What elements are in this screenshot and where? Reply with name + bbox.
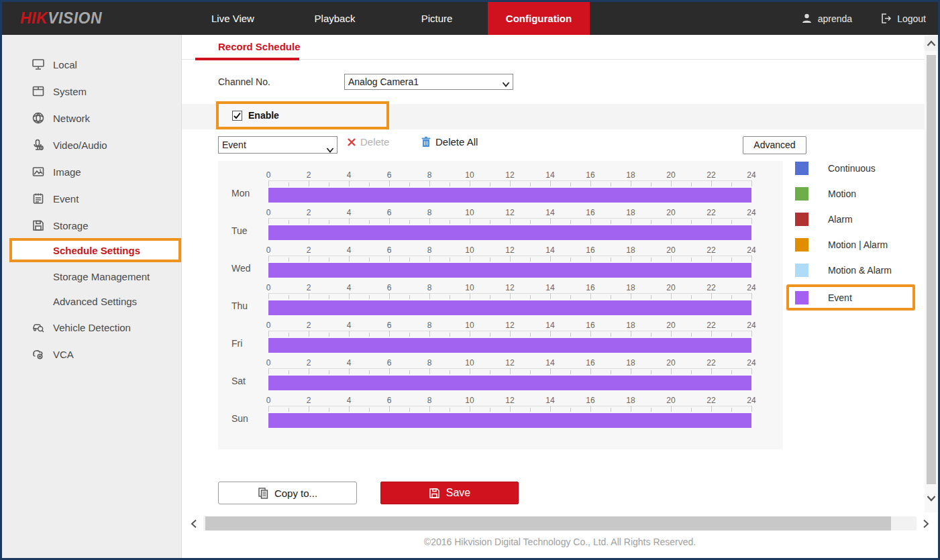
hour-label: 12 (505, 283, 514, 292)
advanced-button[interactable]: Advanced (743, 136, 806, 154)
tick-mark (510, 368, 511, 374)
tick-mark (429, 180, 430, 186)
vertical-scroll-thumb[interactable] (927, 55, 936, 484)
nav-live-view[interactable]: Live View (182, 2, 284, 35)
sidebar-item-vehicle-detection[interactable]: Vehicle Detection (2, 314, 181, 341)
timeline-thu[interactable]: 024681012141618202224 (268, 283, 753, 317)
timeline-tue[interactable]: 024681012141618202224 (268, 208, 753, 241)
tick-mark (550, 218, 551, 224)
day-label: Thu (231, 300, 248, 311)
schedule-bar-mon[interactable] (268, 188, 751, 203)
tick-mark (429, 368, 430, 374)
delete-all-label: Delete All (435, 136, 478, 148)
tick-mark (389, 368, 390, 374)
tick-mark (490, 295, 490, 299)
sidebar-item-schedule-settings[interactable]: Schedule Settings (9, 238, 181, 262)
scroll-down-arrow[interactable] (925, 491, 938, 506)
sidebar-item-local[interactable]: Local (2, 51, 181, 78)
hour-label: 14 (545, 283, 554, 292)
copy-icon (258, 487, 269, 499)
scroll-up-arrow[interactable] (925, 36, 938, 51)
sidebar-item-video-audio[interactable]: Video/Audio (2, 131, 181, 158)
copy-to-label: Copy to... (274, 488, 317, 499)
floppy-icon (32, 219, 45, 232)
channel-select[interactable]: Analog Camera1 (344, 74, 513, 90)
horizontal-scroll-track[interactable] (203, 516, 917, 530)
copy-to-button[interactable]: Copy to... (218, 482, 357, 504)
tick-mark (631, 293, 631, 299)
tick-mark (409, 408, 410, 412)
record-type-select[interactable]: Event (218, 136, 337, 154)
schedule-bar-tue[interactable] (268, 225, 751, 240)
tick-mark (268, 180, 269, 186)
sidebar-item-label: Network (53, 113, 90, 124)
sidebar-item-storage[interactable]: Storage (2, 212, 181, 239)
nav-picture[interactable]: Picture (386, 2, 488, 35)
sidebar-item-event[interactable]: Event (2, 185, 181, 212)
enable-checkbox[interactable] (232, 111, 242, 121)
hour-label: 14 (545, 208, 554, 217)
tick-mark (329, 408, 329, 412)
timeline-sat[interactable]: 024681012141618202224 (268, 358, 753, 392)
enable-label: Enable (248, 110, 279, 121)
schedule-bar-fri[interactable] (268, 338, 751, 353)
hour-label: 22 (707, 245, 715, 255)
sidebar-item-network[interactable]: Network (2, 105, 181, 131)
sidebar-item-image[interactable]: Image (2, 158, 181, 185)
sidebar-item-system[interactable]: System (2, 78, 181, 105)
timeline-sun[interactable]: 024681012141618202224 (268, 396, 753, 429)
sidebar-item-label: Schedule Settings (53, 245, 140, 256)
schedule-bar-sun[interactable] (268, 413, 751, 428)
logout-icon (880, 13, 892, 24)
timeline-fri[interactable]: 024681012141618202224 (268, 321, 753, 354)
tick-mark (289, 333, 289, 337)
tab-record-schedule[interactable]: Record Schedule (218, 41, 301, 52)
motion-or-alarm-swatch (795, 238, 808, 251)
sidebar-item-storage-management[interactable]: Storage Management (2, 263, 181, 290)
save-button[interactable]: Save (380, 482, 519, 504)
tick-mark (490, 333, 490, 337)
scroll-right-arrow[interactable] (919, 516, 933, 530)
legend-item-event: Event (786, 284, 915, 311)
timeline-wed[interactable]: 024681012141618202224 (268, 245, 753, 279)
hour-label: 8 (427, 321, 432, 330)
sidebar-item-advanced-settings[interactable]: Advanced Settings (2, 288, 181, 315)
sidebar-item-label: Local (53, 59, 77, 70)
tick-mark (530, 182, 531, 186)
hour-label: 22 (707, 321, 715, 330)
hour-label: 8 (427, 358, 432, 368)
delete-all-button[interactable]: Delete All (421, 136, 478, 148)
tick-mark (651, 370, 651, 374)
hour-label: 18 (626, 170, 635, 180)
horizontal-scroll-thumb[interactable] (205, 516, 891, 530)
scroll-left-arrow[interactable] (187, 516, 201, 530)
tick-mark (349, 180, 350, 186)
schedule-bar-sat[interactable] (268, 376, 751, 390)
timeline-mon[interactable]: 024681012141618202224 (268, 170, 753, 204)
schedule-bar-wed[interactable] (268, 263, 751, 278)
window-icon (32, 85, 45, 98)
tick-mark (470, 331, 470, 337)
sidebar-item-label: Event (53, 193, 79, 205)
hour-label: 2 (307, 170, 311, 180)
delete-label: Delete (360, 136, 389, 148)
tick-mark (389, 406, 390, 412)
tick-mark (590, 368, 591, 374)
nav-playback[interactable]: Playback (284, 2, 386, 35)
tick-mark (611, 220, 611, 224)
tick-mark (470, 180, 470, 186)
logout-label[interactable]: Logout (897, 13, 926, 24)
tick-mark (611, 258, 611, 262)
sidebar-item-vca[interactable]: VCA (2, 341, 181, 368)
tick-mark (751, 331, 752, 337)
hour-label: 18 (626, 283, 635, 292)
nav-configuration[interactable]: Configuration (488, 2, 590, 35)
delete-button[interactable]: Delete (347, 136, 389, 148)
tick-mark (450, 370, 450, 374)
hour-label: 14 (545, 245, 554, 255)
tick-mark (349, 293, 350, 299)
tick-mark (268, 406, 269, 412)
tick-mark (751, 293, 752, 299)
tick-mark (751, 368, 752, 374)
schedule-bar-thu[interactable] (268, 300, 751, 315)
